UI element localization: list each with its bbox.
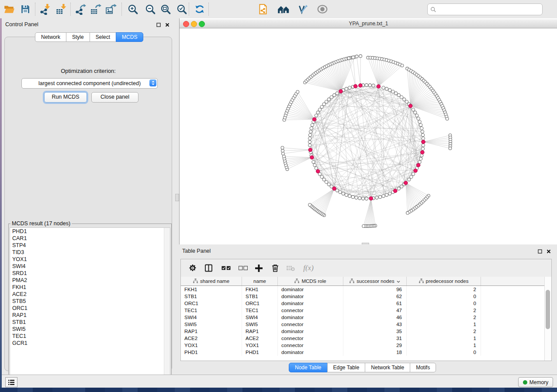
table-cell[interactable]: dominator: [278, 286, 343, 293]
table-cell[interactable]: TEC1: [242, 307, 278, 314]
graph-node[interactable]: [410, 175, 413, 179]
table-cell[interactable]: 47: [343, 307, 407, 314]
table-cell[interactable]: 1: [407, 342, 481, 349]
graph-node[interactable]: [342, 192, 345, 195]
mcds-result-item[interactable]: YOX1: [10, 256, 170, 263]
zoom-fit-icon[interactable]: [158, 2, 173, 17]
table-cell[interactable]: 2: [407, 314, 481, 321]
graph-node[interactable]: [412, 172, 415, 175]
criterion-select[interactable]: largest connected component (undirected): [21, 78, 158, 89]
mcds-hub-node[interactable]: [353, 84, 357, 88]
table-cell[interactable]: dominator: [278, 300, 343, 307]
table-cell[interactable]: 46: [343, 314, 407, 321]
mcds-result-list[interactable]: PHD1CAR1STP4TID3YOX1SWI4SRD1PMA2FKH1ACE2…: [10, 227, 170, 378]
table-cell[interactable]: FKH1: [181, 286, 242, 293]
float-window-icon[interactable]: [537, 248, 543, 254]
graph-node[interactable]: [385, 193, 388, 196]
mcds-list-scrollbar[interactable]: [164, 228, 170, 378]
graph-node[interactable]: [313, 164, 316, 167]
leaf-node[interactable]: [281, 149, 284, 152]
graph-node[interactable]: [348, 86, 351, 89]
select-all-icon[interactable]: [219, 259, 232, 277]
tab-network[interactable]: Network: [35, 32, 66, 42]
deselect-all-icon[interactable]: [236, 259, 249, 277]
graph-node[interactable]: [308, 134, 311, 137]
annotation-mode-icon[interactable]: [296, 2, 311, 17]
table-cell[interactable]: 1: [407, 321, 481, 328]
table-cell[interactable]: 1: [407, 335, 481, 342]
table-cell[interactable]: ORC1: [181, 300, 242, 307]
graph-node[interactable]: [308, 144, 311, 147]
table-cell[interactable]: RAP1: [242, 328, 278, 335]
column-header-name[interactable]: name: [242, 277, 278, 285]
leaf-node[interactable]: [446, 117, 449, 120]
zoom-selected-icon[interactable]: [174, 2, 189, 17]
float-window-icon[interactable]: [156, 22, 162, 28]
table-cell[interactable]: 43: [343, 321, 407, 328]
table-cell[interactable]: 61: [343, 300, 407, 307]
graph-node[interactable]: [362, 197, 365, 200]
show-hide-graphics-icon[interactable]: [315, 2, 330, 17]
tab-style[interactable]: Style: [66, 32, 90, 42]
table-cell[interactable]: dominator: [278, 314, 343, 321]
export-image-icon[interactable]: [104, 2, 118, 17]
mcds-hub-node[interactable]: [332, 187, 336, 191]
table-cell[interactable]: 2: [407, 286, 481, 293]
tab-mcds[interactable]: MCDS: [116, 32, 143, 42]
table-cell[interactable]: 31: [343, 335, 407, 342]
leaf-node[interactable]: [401, 64, 404, 67]
mcds-result-item[interactable]: ACE2: [10, 291, 170, 298]
tab-motifs[interactable]: Motifs: [410, 363, 436, 372]
mcds-result-item[interactable]: STB5: [10, 298, 170, 305]
leaf-node[interactable]: [308, 203, 311, 206]
leaf-node[interactable]: [359, 55, 362, 58]
graph-node[interactable]: [419, 157, 422, 160]
graph-node[interactable]: [417, 117, 420, 120]
leaf-node[interactable]: [281, 152, 284, 155]
table-row[interactable]: ACE2ACE2connector311: [181, 335, 545, 342]
table-cell[interactable]: PHD1: [242, 349, 278, 356]
tab-network-table[interactable]: Network Table: [365, 363, 410, 372]
graph-node[interactable]: [382, 86, 385, 89]
table-cell[interactable]: SWI5: [181, 321, 242, 328]
graph-node[interactable]: [405, 100, 408, 103]
graph-node[interactable]: [327, 183, 330, 186]
leaf-node[interactable]: [362, 224, 365, 227]
table-row[interactable]: TEC1TEC1connector472: [181, 307, 545, 314]
graph-node[interactable]: [385, 87, 388, 90]
network-graph[interactable]: [180, 28, 557, 244]
graph-node[interactable]: [345, 87, 348, 90]
table-cell[interactable]: ACE2: [242, 335, 278, 342]
mcds-result-item[interactable]: STP4: [10, 242, 170, 249]
mcds-result-item[interactable]: RAP1: [10, 312, 170, 319]
table-row[interactable]: SWI4SWI4dominator462: [181, 314, 545, 321]
tab-edge-table[interactable]: Edge Table: [327, 363, 366, 372]
table-row[interactable]: STB1STB1dominator620: [181, 293, 545, 300]
mcds-hub-node[interactable]: [393, 189, 397, 193]
table-cell[interactable]: 96: [343, 286, 407, 293]
leaf-node[interactable]: [347, 57, 350, 60]
leaf-node[interactable]: [283, 155, 286, 158]
table-cell[interactable]: YOX1: [181, 342, 242, 349]
table-cell[interactable]: connector: [278, 335, 343, 342]
open-file-icon[interactable]: [2, 2, 17, 17]
table-cell[interactable]: 18: [343, 349, 407, 356]
graph-node[interactable]: [308, 140, 311, 143]
mcds-result-item[interactable]: ORC1: [10, 305, 170, 312]
table-cell[interactable]: ACE2: [181, 335, 242, 342]
mcds-hub-node[interactable]: [416, 163, 420, 167]
mcds-result-item[interactable]: CAR1: [10, 235, 170, 242]
mcds-hub-node[interactable]: [310, 155, 314, 159]
graph-node[interactable]: [310, 127, 313, 130]
table-cell[interactable]: SWI4: [242, 314, 278, 321]
graph-node[interactable]: [316, 111, 319, 114]
graph-node[interactable]: [348, 195, 351, 198]
apply-layout-icon[interactable]: [192, 2, 207, 17]
graph-node[interactable]: [365, 83, 368, 86]
mcds-hub-node[interactable]: [408, 104, 412, 108]
mcds-result-item[interactable]: GCR1: [10, 340, 170, 347]
graph-node[interactable]: [327, 98, 330, 101]
graph-node[interactable]: [391, 90, 394, 93]
graph-node[interactable]: [414, 111, 417, 114]
mcds-hub-node[interactable]: [316, 169, 320, 173]
